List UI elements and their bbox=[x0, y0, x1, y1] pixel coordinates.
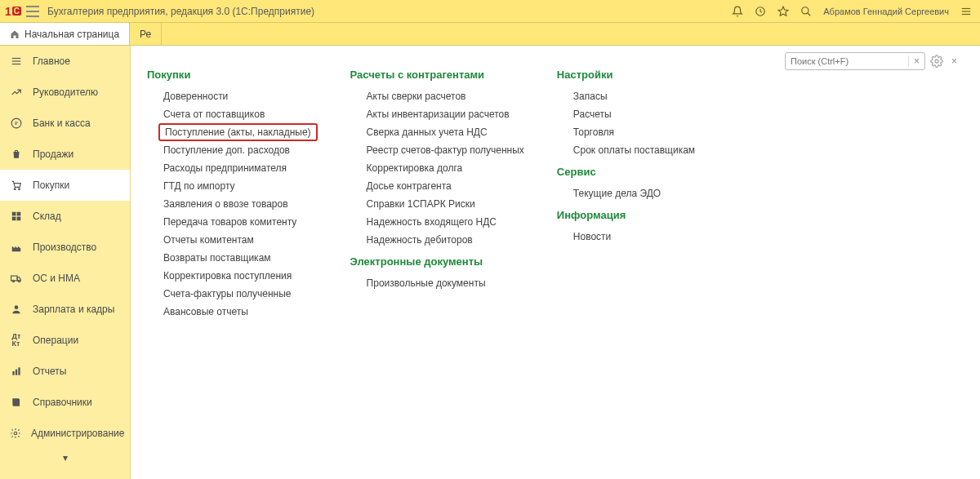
svg-line-3 bbox=[808, 12, 811, 16]
settings-link-3[interactable]: Срок оплаты поставщикам bbox=[557, 141, 695, 159]
settlements-link-4[interactable]: Корректировка долга bbox=[350, 159, 524, 177]
settlements-link-7[interactable]: Надежность входящего НДС bbox=[350, 213, 524, 231]
boxes-icon bbox=[10, 210, 23, 223]
sidebar-label: Зарплата и кадры bbox=[33, 304, 114, 315]
settings-title: Настройки bbox=[557, 69, 695, 81]
svg-rect-17 bbox=[17, 217, 21, 221]
settlements-link-8[interactable]: Надежность дебиторов bbox=[350, 231, 524, 249]
sidebar-item-8[interactable]: Зарплата и кадры bbox=[0, 294, 130, 325]
purchases-link-4[interactable]: Расходы предпринимателя bbox=[147, 159, 318, 177]
svg-rect-23 bbox=[16, 370, 17, 375]
tab-second-label: Ре bbox=[140, 29, 151, 40]
bell-icon[interactable] bbox=[728, 2, 746, 20]
info-link-0[interactable]: Новости bbox=[557, 228, 695, 246]
service-title: Сервис bbox=[557, 166, 695, 178]
topbar: 1C Бухгалтерия предприятия, редакция 3.0… bbox=[0, 0, 980, 23]
purchases-link-6[interactable]: Заявления о ввозе товаров bbox=[147, 195, 318, 213]
search-area: × × bbox=[785, 52, 960, 70]
service-link-0[interactable]: Текущие дела ЭДО bbox=[557, 184, 695, 202]
info-title: Информация bbox=[557, 209, 695, 221]
purchases-link-11[interactable]: Счета-фактуры полученные bbox=[147, 285, 318, 303]
svg-rect-14 bbox=[12, 212, 16, 216]
sidebar-item-11[interactable]: Справочники bbox=[0, 387, 130, 418]
sidebar-label: Продажи bbox=[33, 149, 74, 160]
purchases-link-2[interactable]: Поступление (акты, накладные) bbox=[158, 123, 318, 141]
svg-point-25 bbox=[14, 432, 17, 435]
truck-icon bbox=[10, 272, 23, 285]
purchases-link-8[interactable]: Отчеты комитентам bbox=[147, 231, 318, 249]
purchases-link-5[interactable]: ГТД по импорту bbox=[147, 177, 318, 195]
search-icon[interactable] bbox=[797, 2, 815, 20]
purchases-link-10[interactable]: Корректировка поступления bbox=[147, 267, 318, 285]
factory-icon bbox=[10, 241, 23, 254]
col-settlements: Расчеты с контрагентамиАкты сверки расче… bbox=[350, 62, 524, 479]
edocs-link-0[interactable]: Произвольные документы bbox=[350, 274, 524, 292]
svg-text:₽: ₽ bbox=[15, 120, 18, 126]
sidebar-more-icon[interactable]: ▾ bbox=[0, 449, 130, 467]
svg-point-21 bbox=[15, 305, 19, 309]
tab-second[interactable]: Ре bbox=[130, 23, 162, 45]
home-icon bbox=[10, 29, 20, 39]
search-clear-icon[interactable]: × bbox=[908, 55, 924, 67]
sidebar-item-12[interactable]: Администрирование bbox=[0, 418, 130, 449]
menu-icon[interactable] bbox=[26, 6, 39, 17]
svg-rect-16 bbox=[12, 217, 16, 221]
sidebar-label: Операции bbox=[33, 335, 78, 346]
settlements-link-3[interactable]: Реестр счетов-фактур полученных bbox=[350, 141, 524, 159]
svg-rect-22 bbox=[12, 371, 14, 375]
purchases-link-12[interactable]: Авансовые отчеты bbox=[147, 303, 318, 321]
purchases-link-1[interactable]: Счета от поставщиков bbox=[147, 105, 318, 123]
gear-icon[interactable] bbox=[930, 55, 943, 68]
settings-link-2[interactable]: Торговля bbox=[557, 123, 695, 141]
sidebar-label: Отчеты bbox=[33, 366, 66, 377]
settlements-link-0[interactable]: Акты сверки расчетов bbox=[350, 87, 524, 105]
settings-link-0[interactable]: Запасы bbox=[557, 87, 695, 105]
tab-home[interactable]: Начальная страница bbox=[0, 23, 130, 45]
sidebar-item-6[interactable]: Производство bbox=[0, 232, 130, 263]
user-name[interactable]: Абрамов Геннадий Сергеевич bbox=[820, 7, 952, 16]
sidebar-item-10[interactable]: Отчеты bbox=[0, 356, 130, 387]
main-panel: × × ПокупкиДоверенностиСчета от поставщи… bbox=[131, 46, 980, 479]
purchases-title: Покупки bbox=[147, 69, 318, 81]
svg-marker-1 bbox=[778, 7, 788, 16]
close-icon[interactable]: × bbox=[948, 55, 960, 67]
sidebar-label: Производство bbox=[33, 242, 96, 253]
sidebar-item-9[interactable]: ДтКтОперации bbox=[0, 325, 130, 356]
search-input[interactable] bbox=[786, 56, 908, 66]
sidebar-item-1[interactable]: Руководителю bbox=[0, 77, 130, 108]
sidebar-item-0[interactable]: Главное bbox=[0, 46, 130, 77]
settlements-link-1[interactable]: Акты инвентаризации расчетов bbox=[350, 105, 524, 123]
sidebar-label: Главное bbox=[33, 55, 70, 67]
menu-icon bbox=[10, 55, 23, 68]
sidebar-item-4[interactable]: Покупки bbox=[0, 170, 130, 201]
layout: ГлавноеРуководителю₽Банк и кассаПродажиП… bbox=[0, 46, 980, 479]
app-title: Бухгалтерия предприятия, редакция 3.0 (1… bbox=[47, 6, 314, 17]
settlements-link-6[interactable]: Справки 1СПАРК Риски bbox=[350, 195, 524, 213]
sidebar-item-3[interactable]: Продажи bbox=[0, 139, 130, 170]
cart-icon bbox=[10, 179, 23, 192]
sidebar-label: Справочники bbox=[33, 397, 92, 408]
sidebar-label: ОС и НМА bbox=[33, 273, 80, 284]
col-settings: НастройкиЗапасыРасчетыТорговляСрок оплат… bbox=[557, 62, 695, 479]
svg-point-26 bbox=[935, 60, 938, 63]
ops-icon: ДтКт bbox=[10, 334, 23, 347]
star-icon[interactable] bbox=[774, 2, 792, 20]
sidebar-item-2[interactable]: ₽Банк и касса bbox=[0, 108, 130, 139]
purchases-link-9[interactable]: Возвраты поставщикам bbox=[147, 249, 318, 267]
bag-icon bbox=[10, 148, 23, 161]
search-box: × bbox=[785, 52, 925, 70]
settings-link-1[interactable]: Расчеты bbox=[557, 105, 695, 123]
purchases-link-7[interactable]: Передача товаров комитенту bbox=[147, 213, 318, 231]
sidebar-label: Склад bbox=[33, 211, 61, 222]
settlements-link-5[interactable]: Досье контрагента bbox=[350, 177, 524, 195]
history-icon[interactable] bbox=[751, 2, 769, 20]
logo-1c: 1C bbox=[5, 5, 21, 18]
sidebar-item-7[interactable]: ОС и НМА bbox=[0, 263, 130, 294]
settlements-link-2[interactable]: Сверка данных учета НДС bbox=[350, 123, 524, 141]
purchases-link-0[interactable]: Доверенности bbox=[147, 87, 318, 105]
window-menu-icon[interactable] bbox=[957, 2, 975, 20]
purchases-link-3[interactable]: Поступление доп. расходов bbox=[147, 141, 318, 159]
sidebar-label: Администрирование bbox=[31, 428, 124, 439]
sidebar-label: Покупки bbox=[33, 180, 69, 191]
sidebar-item-5[interactable]: Склад bbox=[0, 201, 130, 232]
